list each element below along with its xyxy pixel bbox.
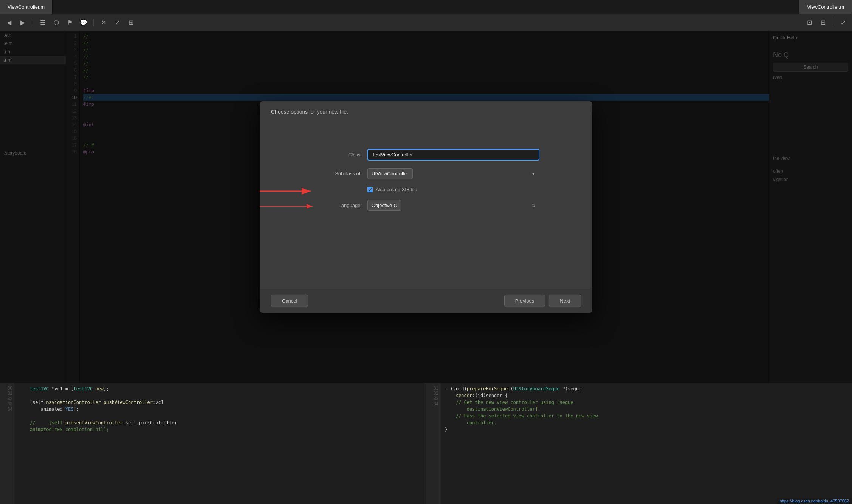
bottom-rln-33: 33 — [426, 396, 438, 401]
subclass-row: Subclass of: UIViewController ▼ — [313, 168, 539, 179]
subclass-label: Subclass of: — [313, 171, 362, 176]
code-bottom-4: animated:YES]; — [19, 406, 426, 413]
dialog: Choose options for your new file: Class:… — [260, 101, 592, 313]
class-row: Class: — [313, 149, 539, 161]
tab-right[interactable]: ViewController.m — [799, 0, 852, 14]
bottom-ln-31: 31 — [0, 391, 12, 396]
code-bottom-7: animated:YES completion:nil]; — [19, 426, 426, 433]
xib-checkbox[interactable] — [367, 187, 373, 192]
xib-label: Also create XIB file — [376, 187, 417, 192]
tab-bar: ViewController.m ViewController.m — [0, 0, 852, 14]
bottom-rln-31: 31 — [426, 385, 438, 391]
toolbar-sep-2 — [93, 19, 94, 26]
class-label: Class: — [313, 152, 362, 158]
expand-icon[interactable]: ⤢ — [112, 17, 122, 28]
bottom-ln-34: 34 — [0, 407, 12, 412]
bottom-rln-34: 34 — [426, 401, 438, 407]
dialog-footer: Cancel Previous Next — [260, 289, 592, 313]
code-bottom-5 — [19, 413, 426, 419]
toolbar-right: ⊡ ⊟ ⤢ — [804, 17, 848, 28]
language-select[interactable]: Objective-C Swift — [367, 200, 401, 211]
class-input[interactable] — [367, 149, 539, 161]
back-icon[interactable]: ◀ — [4, 17, 14, 28]
bottom-code-left[interactable]: test1VC *vc1 = [test1VC new]; [self.navi… — [15, 383, 426, 504]
subclass-select[interactable]: UIViewController — [367, 168, 413, 179]
inspector-icon[interactable]: ⊟ — [818, 17, 828, 28]
tab-spacer — [53, 0, 799, 14]
cancel-button[interactable]: Cancel — [271, 295, 308, 307]
toolbar-sep-3 — [833, 17, 833, 25]
code-right-6: controller. — [445, 419, 852, 426]
xib-row: Also create XIB file — [313, 187, 539, 192]
toolbar: ◀ ▶ ☰ ⬡ ⚑ 💬 ✕ ⤢ ⊞ ⊡ ⊟ ⤢ — [0, 14, 852, 31]
code-bottom-6: // [self presentViewController:self.pick… — [19, 419, 426, 426]
url-bar: https://blog.csdn.net/baidu_40537062 — [777, 498, 852, 504]
main-area: .e.h .e.m .r.h .r.m .storyboard 1 2 3 4 … — [0, 31, 852, 383]
bottom-code-right[interactable]: - (void)prepareForSegue:(UIStoryboardSeg… — [441, 383, 852, 504]
flag-icon[interactable]: ⚑ — [65, 17, 75, 28]
code-bottom-2 — [19, 392, 426, 399]
bottom-right-section: 31 32 33 34 - (void)prepareForSegue:(UIS… — [426, 383, 852, 504]
dialog-title: Choose options for your new file: — [260, 101, 592, 119]
subclass-select-wrapper: UIViewController ▼ — [367, 168, 539, 179]
nav-btn-group: Previous Next — [504, 295, 581, 307]
code-right-3: // Get the new view controller using [se… — [445, 399, 852, 406]
split-icon[interactable]: ⊞ — [125, 17, 136, 28]
bottom-ln-30: 30 — [0, 385, 12, 391]
code-right-7: } — [445, 426, 852, 433]
bottom-right-line-nums: 31 32 33 34 — [426, 383, 441, 504]
red-arrow-language-annotation — [260, 201, 320, 212]
code-right-5: // Pass the selected view controller to … — [445, 413, 852, 419]
expand-right-icon[interactable]: ⤢ — [838, 17, 848, 28]
language-label: Language: — [313, 203, 362, 208]
language-select-arrow: ⇅ — [532, 203, 536, 208]
forward-icon[interactable]: ▶ — [17, 17, 28, 28]
bottom-ln-33: 33 — [0, 401, 12, 407]
subclass-select-arrow: ▼ — [531, 171, 536, 176]
tab-right-label: ViewController.m — [807, 4, 844, 10]
list-icon[interactable]: ☰ — [37, 17, 48, 28]
bottom-code: 30 31 32 33 34 test1VC *vc1 = [test1VC n… — [0, 383, 852, 504]
bottom-left-section: 30 31 32 33 34 test1VC *vc1 = [test1VC n… — [0, 383, 426, 504]
language-row: Language: Objective-C Swift ⇅ — [313, 200, 539, 211]
modal-overlay: Choose options for your new file: Class:… — [0, 31, 852, 383]
bottom-rln-32: 32 — [426, 391, 438, 396]
comment-icon[interactable]: 💬 — [78, 17, 89, 28]
toolbar-sep-1 — [33, 19, 33, 26]
code-right-2: sender:(id)sender { — [445, 392, 852, 399]
bottom-left-line-nums: 30 31 32 33 34 — [0, 383, 15, 504]
bottom-ln-32: 32 — [0, 396, 12, 401]
red-arrow-annotation — [260, 184, 320, 199]
bookmark-icon[interactable]: ⬡ — [51, 17, 62, 28]
code-right-4: destinationViewController]. — [445, 406, 852, 413]
dialog-body: Class: Subclass of: UIViewController ▼ — [260, 119, 592, 289]
next-button[interactable]: Next — [549, 295, 581, 307]
language-select-wrapper: Objective-C Swift ⇅ — [367, 200, 539, 211]
tab-left[interactable]: ViewController.m — [0, 0, 53, 14]
previous-button[interactable]: Previous — [504, 295, 545, 307]
split-right-icon[interactable]: ⊡ — [804, 17, 815, 28]
tab-left-label: ViewController.m — [8, 4, 45, 10]
code-bottom-1: test1VC *vc1 = [test1VC new]; — [19, 385, 426, 392]
code-right-1: - (void)prepareForSegue:(UIStoryboardSeg… — [445, 385, 852, 392]
code-bottom-3: [self.navigationController pushViewContr… — [19, 399, 426, 406]
close-icon[interactable]: ✕ — [98, 17, 109, 28]
